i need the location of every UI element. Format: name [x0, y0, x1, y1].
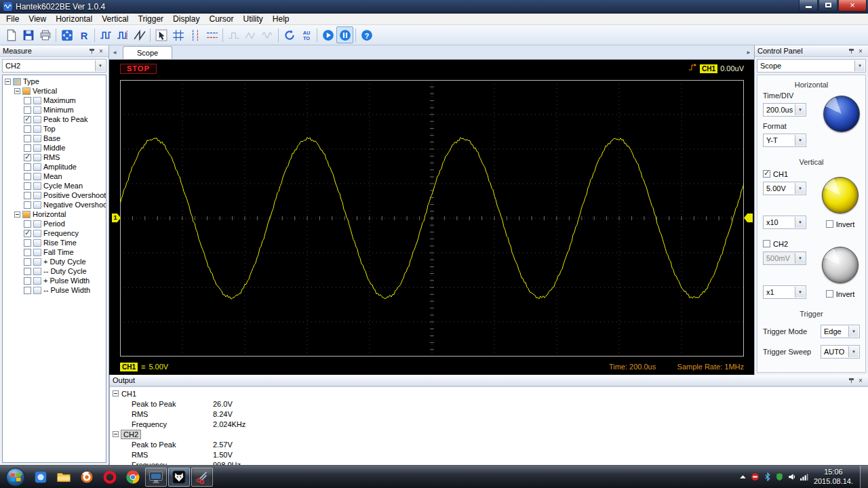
output-row[interactable]: Peak to Peak2.57V: [113, 439, 868, 449]
menu-vertical[interactable]: Vertical: [97, 14, 133, 25]
output-row[interactable]: RMS1.50V: [113, 449, 868, 460]
checkbox[interactable]: [24, 154, 31, 161]
checkbox[interactable]: [24, 287, 31, 294]
tree-item[interactable]: Amplitude: [3, 162, 106, 171]
ch2-position-knob[interactable]: [822, 247, 859, 283]
minimize-button[interactable]: [799, 0, 818, 12]
volume-icon[interactable]: [787, 472, 796, 481]
ch1-scale-select[interactable]: 5.00V ▼: [763, 182, 806, 195]
panel-mode-select[interactable]: Scope ▼: [757, 59, 866, 73]
menu-utility[interactable]: Utility: [238, 14, 267, 25]
tree-item[interactable]: + Duty Cycle: [3, 257, 106, 266]
opera-button[interactable]: [99, 468, 121, 487]
menu-cursor[interactable]: Cursor: [204, 14, 238, 25]
checkbox[interactable]: [24, 173, 31, 180]
tree-node-horizontal[interactable]: Horizontal: [3, 209, 106, 219]
tree-item[interactable]: RMS: [3, 152, 106, 162]
start-button[interactable]: [3, 468, 28, 487]
checkbox[interactable]: [24, 220, 31, 228]
close-icon[interactable]: ×: [856, 376, 865, 385]
refresh-button[interactable]: [281, 26, 298, 43]
ch2-enable-checkbox[interactable]: CH2: [763, 239, 806, 249]
help-button[interactable]: ?: [358, 26, 375, 43]
chevron-down-icon[interactable]: ▼: [795, 287, 805, 298]
tree-item[interactable]: Rise Time: [3, 238, 106, 247]
checkbox[interactable]: [826, 290, 833, 298]
chevron-down-icon[interactable]: ▼: [848, 346, 859, 357]
tree-item[interactable]: Maximum: [3, 96, 106, 105]
horizontal-position-knob[interactable]: [823, 96, 860, 132]
horizontal-cursors-button[interactable]: [203, 26, 220, 43]
checkbox[interactable]: [24, 192, 31, 199]
pin-icon[interactable]: [846, 47, 856, 56]
tree-expander-icon[interactable]: [14, 88, 20, 94]
ch1-probe-select[interactable]: x10 ▼: [763, 216, 806, 229]
tree-item[interactable]: Mean: [3, 171, 106, 181]
checkbox[interactable]: [24, 239, 31, 247]
tree-item[interactable]: -- Duty Cycle: [3, 266, 106, 276]
checkbox[interactable]: [24, 106, 31, 114]
checkbox[interactable]: [24, 135, 31, 142]
tray-shield-icon[interactable]: [775, 472, 784, 481]
media-orange-button[interactable]: [76, 468, 98, 487]
print-button[interactable]: [37, 26, 54, 43]
tree-item[interactable]: Cycle Mean: [3, 181, 106, 190]
chevron-down-icon[interactable]: ▼: [854, 60, 865, 71]
ch2-invert-checkbox[interactable]: Invert: [826, 289, 855, 299]
measure-channel-select[interactable]: CH2 ▼: [2, 59, 106, 73]
letter-R-button[interactable]: R: [75, 26, 92, 43]
tray-expand-icon[interactable]: [738, 472, 747, 481]
ch2-scale-select[interactable]: 500mV ▼: [763, 251, 806, 265]
checkbox[interactable]: [24, 201, 31, 209]
tree-item[interactable]: Top: [3, 124, 106, 134]
menu-trigger[interactable]: Trigger: [134, 14, 169, 25]
monitor-app-button[interactable]: [145, 468, 167, 487]
menu-file[interactable]: File: [1, 14, 24, 25]
autoset-button[interactable]: AUTO: [298, 26, 315, 43]
tree-expander-icon[interactable]: [14, 211, 20, 218]
vertical-cursors-button[interactable]: [186, 26, 203, 43]
snipping-tool-button[interactable]: [191, 468, 213, 487]
checkbox[interactable]: [24, 268, 31, 275]
square-wave-cursor-button[interactable]: [114, 26, 131, 43]
tree-node-type[interactable]: Type: [3, 77, 106, 86]
menu-display[interactable]: Display: [168, 14, 204, 25]
tree-item[interactable]: Negative Overshoot: [3, 200, 106, 209]
checkbox[interactable]: [24, 163, 31, 171]
grid-button[interactable]: [170, 26, 186, 43]
menu-horizontal[interactable]: Horizontal: [51, 14, 97, 25]
tray-red-icon[interactable]: [751, 472, 760, 481]
tree-item[interactable]: Fall Time: [3, 247, 106, 257]
show-desktop-button[interactable]: [860, 466, 868, 488]
chevron-down-icon[interactable]: ▼: [795, 253, 805, 264]
cursor-arrow-button[interactable]: [153, 26, 170, 43]
trigger-sweep-select[interactable]: AUTO ▼: [821, 345, 860, 359]
tree-item[interactable]: Peak to Peak: [3, 115, 106, 124]
checkbox[interactable]: [24, 125, 31, 133]
tree-item[interactable]: Base: [3, 134, 106, 143]
tree-item[interactable]: -- Pulse Width: [3, 285, 106, 295]
four-arrows-button[interactable]: [58, 26, 75, 43]
bluetooth-icon[interactable]: [763, 472, 772, 481]
ch1-position-knob[interactable]: [822, 177, 859, 214]
pin-icon[interactable]: [87, 47, 96, 56]
chevron-down-icon[interactable]: ▼: [848, 326, 859, 337]
output-group-row[interactable]: CH2: [113, 429, 868, 439]
checkbox[interactable]: [763, 240, 770, 247]
checkbox[interactable]: [763, 170, 770, 178]
checkbox[interactable]: [24, 249, 31, 256]
chevron-down-icon[interactable]: ▼: [95, 60, 105, 71]
checkbox[interactable]: [24, 182, 31, 190]
square-wave-button[interactable]: [97, 26, 114, 43]
close-icon[interactable]: ×: [856, 47, 865, 56]
ch1-invert-checkbox[interactable]: Invert: [826, 219, 855, 229]
tab-scope[interactable]: Scope: [123, 46, 172, 59]
menu-help[interactable]: Help: [268, 14, 294, 25]
tree-item[interactable]: Positive Overshoot: [3, 190, 106, 200]
tree-expander-icon[interactable]: [113, 431, 119, 437]
output-row[interactable]: RMS8.24V: [113, 409, 868, 419]
close-button[interactable]: ×: [838, 0, 867, 12]
output-group-row[interactable]: CH1: [113, 388, 868, 399]
tree-expander-icon[interactable]: [5, 79, 11, 85]
ramp-wave-button[interactable]: [131, 26, 148, 43]
